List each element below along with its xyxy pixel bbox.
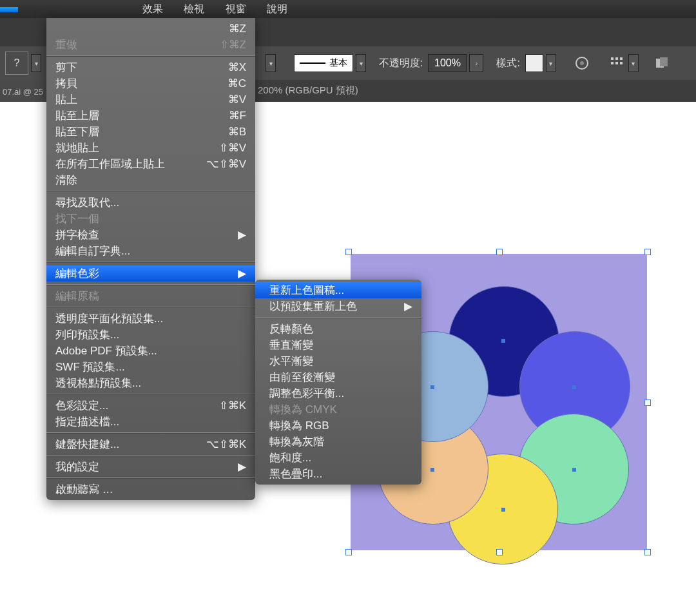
- menu-my-settings[interactable]: 我的設定▶: [46, 459, 255, 475]
- submenu-convert-grayscale[interactable]: 轉換為灰階: [255, 434, 421, 450]
- menu-print-preset[interactable]: 列印預設集...: [46, 327, 255, 343]
- menu-label: 透視格點預設集...: [55, 377, 141, 389]
- submenu-blend-horizontal[interactable]: 水平漸變: [255, 353, 421, 369]
- document-tab-left[interactable]: 07.ai @ 25: [0, 80, 49, 103]
- menu-custom-dict[interactable]: 編輯自訂字典...: [46, 243, 255, 259]
- menu-shortcut: ⌥⇧⌘V: [206, 156, 246, 172]
- menu-separator: [46, 262, 255, 263]
- menu-label: SWF 預設集...: [55, 361, 125, 373]
- menu-paste-back[interactable]: 貼至下層⌘B: [46, 124, 255, 140]
- menu-label: 由前至後漸變: [269, 371, 335, 383]
- submenu-color-balance[interactable]: 調整色彩平衡...: [255, 385, 421, 401]
- submenu-blend-vertical[interactable]: 垂直漸變: [255, 337, 421, 353]
- menu-swf-preset[interactable]: SWF 預設集...: [46, 359, 255, 375]
- menu-label: 貼至下層: [55, 126, 99, 138]
- menu-copy[interactable]: 拷貝⌘C: [46, 75, 255, 91]
- menu-redo: 重做⇧⌘Z: [46, 37, 255, 53]
- style-dropdown[interactable]: ▾: [546, 54, 556, 72]
- menu-label: 在所有工作區域上貼上: [55, 158, 165, 170]
- menu-separator: [46, 307, 255, 308]
- edit-menu: ⌘Z 重做⇧⌘Z 剪下⌘X 拷貝⌘C 貼上⌘V 貼至上層⌘F 貼至下層⌘B 就地…: [46, 18, 255, 500]
- submenu-recolor-preset[interactable]: 以預設集重新上色▶: [255, 298, 421, 314]
- menu-find-replace[interactable]: 尋找及取代...: [46, 195, 255, 211]
- svg-rect-6: [615, 62, 618, 64]
- align-icon[interactable]: [608, 54, 626, 72]
- menubar-view[interactable]: 檢視: [175, 0, 213, 19]
- selection-handle[interactable]: [345, 249, 352, 255]
- submenu-convert-rgb[interactable]: 轉換為 RGB: [255, 418, 421, 434]
- menu-label: 指定描述檔...: [55, 416, 119, 428]
- menu-label: 編輯原稿: [55, 290, 99, 302]
- menu-label: 反轉顏色: [269, 323, 313, 335]
- menu-undo[interactable]: ⌘Z: [46, 21, 255, 37]
- menu-label: 轉換為 CMYK: [269, 403, 337, 416]
- menubar-effects[interactable]: 效果: [133, 0, 172, 19]
- menu-shortcut: ⇧⌘Z: [220, 37, 246, 53]
- menu-edit-colors[interactable]: 編輯色彩▶: [46, 265, 255, 282]
- menu-label: 拷貝: [55, 77, 77, 90]
- menu-label: 飽和度...: [269, 452, 311, 464]
- menu-paste-inplace[interactable]: 就地貼上⇧⌘V: [46, 140, 255, 156]
- menu-label: 重新上色圖稿...: [269, 284, 344, 296]
- submenu-invert-colors[interactable]: 反轉顏色: [255, 321, 421, 337]
- menu-color-settings[interactable]: 色彩設定...⇧⌘K: [46, 398, 255, 414]
- selection-handle[interactable]: [496, 249, 503, 255]
- selection-center-point: [501, 339, 505, 343]
- submenu-saturate[interactable]: 飽和度...: [255, 450, 421, 466]
- menubar-window[interactable]: 視窗: [217, 0, 255, 19]
- opacity-label: 不透明度:: [376, 57, 425, 70]
- menu-perspective-preset[interactable]: 透視格點預設集...: [46, 375, 255, 391]
- menu-clear[interactable]: 清除: [46, 172, 255, 188]
- menu-separator: [46, 55, 255, 57]
- menu-paste[interactable]: 貼上⌘V: [46, 91, 255, 108]
- selection-handle[interactable]: [644, 399, 651, 406]
- menu-transparency-preset[interactable]: 透明度平面化預設集...: [46, 311, 255, 327]
- opacity-more-button[interactable]: ›: [469, 54, 483, 72]
- selection-center-point: [501, 508, 505, 512]
- submenu-blend-front-back[interactable]: 由前至後漸變: [255, 369, 421, 385]
- menu-paste-all[interactable]: 在所有工作區域上貼上⌥⇧⌘V: [46, 156, 255, 172]
- menu-label: 轉換為灰階: [269, 436, 324, 448]
- menu-pdf-preset[interactable]: Adobe PDF 預設集...: [46, 343, 255, 359]
- chevron-right-icon: ▶: [238, 459, 246, 475]
- menu-label: 找下一個: [55, 213, 99, 225]
- selection-handle[interactable]: [644, 549, 651, 555]
- menu-assign-profile[interactable]: 指定描述檔...: [46, 414, 255, 430]
- menubar-help[interactable]: 說明: [258, 0, 296, 19]
- menu-paste-front[interactable]: 貼至上層⌘F: [46, 108, 255, 124]
- menu-label: 就地貼上: [55, 142, 99, 154]
- selection-handle[interactable]: [496, 549, 503, 555]
- submenu-overprint-black[interactable]: 黑色疊印...: [255, 466, 421, 482]
- style-swatch[interactable]: [525, 54, 543, 72]
- menu-edit-original: 編輯原稿: [46, 288, 255, 304]
- menu-spell-check[interactable]: 拼字檢查▶: [46, 227, 255, 243]
- app-menubar: 效果 檢視 視窗 說明: [0, 0, 696, 18]
- menu-keyboard-shortcuts[interactable]: 鍵盤快捷鍵...⌥⇧⌘K: [46, 436, 255, 452]
- menu-start-dictation[interactable]: 啟動聽寫 …: [46, 481, 255, 497]
- align-dropdown[interactable]: ▾: [628, 54, 639, 72]
- menu-shortcut: ⇧⌘K: [219, 398, 246, 414]
- svg-rect-9: [660, 57, 668, 66]
- menu-shortcut: ⌘F: [229, 108, 246, 124]
- selection-handle[interactable]: [644, 249, 651, 255]
- help-dropdown[interactable]: ▾: [31, 54, 41, 72]
- opacity-value[interactable]: 100%: [428, 54, 467, 72]
- menu-cut[interactable]: 剪下⌘X: [46, 59, 255, 75]
- menu-shortcut: ⌘X: [228, 59, 246, 75]
- menu-shortcut: ⌘Z: [229, 21, 246, 37]
- stroke-preset-dropdown[interactable]: ▾: [356, 54, 366, 72]
- menubar-active-item[interactable]: [0, 7, 18, 12]
- stroke-menu-button[interactable]: ▾: [266, 54, 276, 72]
- help-button[interactable]: ?: [5, 52, 28, 75]
- stroke-preset-label: 基本: [329, 57, 347, 69]
- arrange-icon[interactable]: [653, 54, 671, 72]
- menu-shortcut: ⌘B: [228, 124, 246, 140]
- menu-separator: [255, 317, 421, 318]
- recolor-icon[interactable]: [573, 54, 591, 72]
- selection-handle[interactable]: [345, 549, 352, 555]
- stroke-line-icon: [300, 63, 325, 64]
- menu-separator: [46, 284, 255, 285]
- stroke-style-preview[interactable]: 基本: [294, 54, 353, 72]
- submenu-recolor-artwork[interactable]: 重新上色圖稿...: [255, 282, 421, 298]
- menu-separator: [46, 477, 255, 479]
